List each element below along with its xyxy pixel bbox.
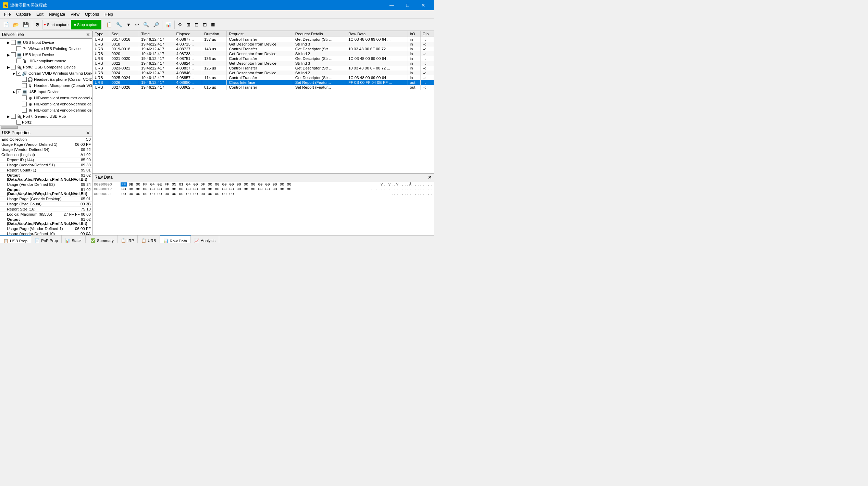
tree-checkbox[interactable] [22, 83, 27, 88]
table-row[interactable]: URB0017-001619:46:12.4174.08677...137 us… [93, 37, 434, 42]
column-header[interactable]: Raw Data [346, 31, 408, 37]
tree-toggle[interactable]: ▶ [12, 90, 16, 94]
tree-checkbox[interactable] [11, 52, 16, 57]
menu-file[interactable]: File [1, 11, 13, 17]
tree-item[interactable]: 🎙Headset Microphone (Corsair VOID Wirele… [1, 82, 91, 89]
tree-checkbox[interactable] [16, 46, 21, 51]
tree-checkbox[interactable] [22, 102, 27, 106]
back-button[interactable]: ↩ [133, 20, 141, 29]
tab-item-left[interactable]: 📄 PnP Prop [31, 235, 62, 243]
tree-item[interactable]: 🖱HID-compliant consumer control device [1, 95, 91, 101]
tree-checkbox[interactable] [22, 77, 27, 82]
tree-item[interactable]: ▶💻USB Input Device [1, 39, 91, 46]
save-button[interactable]: 💾 [21, 20, 30, 29]
raw-data-content[interactable]: 00000000 FF0B00FF040EFF05010400DF0000000… [92, 181, 434, 235]
table-row[interactable]: URB001819:46:12.4174.08713...Get Descrip… [93, 42, 434, 47]
tree-item[interactable]: ▶🔌Port6: USB Composite Device [1, 64, 91, 70]
device-tree[interactable]: ▶💻USB Input Device🖱VMware USB Pointing D… [0, 39, 92, 125]
tree-toggle[interactable]: ▶ [12, 72, 16, 75]
tab-item-right[interactable]: 📊 Raw Data [160, 235, 191, 243]
device-tree-close[interactable]: ✕ [86, 32, 90, 37]
extra3-button[interactable]: ⊟ [193, 20, 200, 29]
h-scrollbar-thumb[interactable] [1, 126, 18, 129]
extra4-button[interactable]: ⊡ [201, 20, 209, 29]
tree-item[interactable]: 🖱HID-compliant mouse [1, 58, 91, 64]
tree-item[interactable]: 🖱VMware USB Pointing Device [1, 46, 91, 52]
column-header[interactable]: C:b [420, 31, 434, 37]
extra1-button[interactable]: ⚙ [176, 20, 184, 29]
column-header[interactable]: Elapsed [174, 31, 202, 37]
usb-props-close[interactable]: ✕ [86, 130, 90, 136]
tree-checkbox[interactable] [11, 40, 16, 45]
menu-help[interactable]: Help [102, 11, 116, 17]
table-row[interactable]: URB002219:46:12.4174.08824...Get Descrip… [93, 61, 434, 66]
column-header[interactable]: I/O [408, 31, 420, 37]
table-row[interactable]: URB0019-001819:46:12.4174.08727...143 us… [93, 47, 434, 51]
tree-toggle[interactable]: ▶ [6, 53, 11, 57]
search2-button[interactable]: 🔎 [151, 20, 161, 29]
menu-navigate[interactable]: Navigate [46, 11, 68, 17]
close-button[interactable]: ✕ [416, 0, 431, 10]
menu-capture[interactable]: Capture [13, 11, 34, 17]
table-row[interactable]: URB002619:46:12.4174.08880...Class Inter… [93, 80, 434, 85]
column-header[interactable]: Seq [109, 31, 139, 37]
filter-button-3[interactable]: ▼ [124, 20, 133, 29]
menu-options[interactable]: Options [82, 11, 102, 17]
tree-checkbox[interactable] [11, 65, 16, 69]
extra5-button[interactable]: ⊠ [209, 20, 217, 29]
tree-item[interactable]: 🖱HID-compliant vendor-defined device [1, 107, 91, 113]
menu-view[interactable]: View [68, 11, 82, 17]
tree-checkbox[interactable] [16, 59, 21, 63]
capture-settings-button[interactable]: 📊 [164, 20, 173, 29]
tree-checkbox[interactable]: ✓ [16, 89, 21, 94]
tab-item-left[interactable]: 📊 Stack [62, 235, 85, 243]
table-row[interactable]: URB002019:46:12.4174.08738...Get Descrip… [93, 51, 434, 56]
tab-item-right[interactable]: ✅ Summary [87, 235, 117, 243]
open-button[interactable]: 📂 [11, 20, 21, 29]
tree-item[interactable]: 🎧Headset Earphone (Corsair VOID Wireless… [1, 76, 91, 82]
extra2-button[interactable]: ⊞ [185, 20, 192, 29]
tab-item-left[interactable]: 📋 USB Prop [0, 235, 31, 243]
menu-edit[interactable]: Edit [34, 11, 46, 17]
minimize-button[interactable]: — [384, 0, 400, 10]
tree-checkbox[interactable] [16, 120, 21, 125]
column-header[interactable]: Time [139, 31, 174, 37]
column-header[interactable]: Duration [202, 31, 227, 37]
tab-item-right[interactable]: 📋 URB [138, 235, 160, 243]
packet-list[interactable]: TypeSeqTimeElapsedDurationRequestRequest… [92, 31, 434, 173]
filter-button-1[interactable]: 📋 [104, 20, 114, 29]
raw-data-close[interactable]: ✕ [428, 175, 432, 180]
stop-capture-button[interactable]: ■ Stop capture [71, 20, 101, 29]
tree-checkbox[interactable]: ✓ [16, 71, 21, 76]
packet-body[interactable]: URB0017-001619:46:12.4174.08677...137 us… [93, 37, 434, 90]
tree-item[interactable]: ▶✓🔊Corsair VOID Wireless Gaming Dongle [1, 70, 91, 76]
table-row[interactable]: URB0027-002619:46:12.4174.08962...815 us… [93, 85, 434, 90]
table-row[interactable]: URB0021-002019:46:12.4174.08751...136 us… [93, 56, 434, 61]
tree-item[interactable]: ▶🔌Port7: Generic USB Hub [1, 113, 91, 119]
table-row[interactable]: URB002419:46:12.4174.08846...Get Descrip… [93, 71, 434, 75]
tree-item[interactable]: ▶✓💻USB Input Device [1, 89, 91, 95]
table-row[interactable]: URB0023-002219:46:12.4174.08837...125 us… [93, 66, 434, 71]
settings-button[interactable]: ⚙ [34, 20, 41, 29]
search-button[interactable]: 🔍 [141, 20, 151, 29]
tab-item-right[interactable]: 📈 Analysis [191, 235, 219, 243]
tree-item[interactable]: 🖱HID-compliant vendor-defined device [1, 101, 91, 107]
tree-toggle[interactable]: ▶ [6, 65, 11, 69]
tree-scrollbar-h[interactable] [0, 125, 92, 129]
column-header[interactable]: Type [93, 31, 109, 37]
tree-checkbox[interactable] [22, 108, 27, 113]
tab-item-right[interactable]: 📋 IRP [117, 235, 138, 243]
start-capture-button[interactable]: ● Start capture [42, 20, 70, 29]
table-row[interactable]: URB0025-002419:46:12.4174.08857...114 us… [93, 75, 434, 80]
tree-item[interactable]: Port1: [1, 119, 91, 125]
tree-checkbox[interactable] [22, 95, 27, 100]
column-header[interactable]: Request Details [293, 31, 346, 37]
column-header[interactable]: Request [227, 31, 293, 37]
tree-toggle[interactable]: ▶ [6, 41, 11, 44]
tree-checkbox[interactable] [11, 114, 16, 119]
new-button[interactable]: 📄 [1, 20, 11, 29]
tree-item[interactable]: ▶💻USB Input Device [1, 52, 91, 58]
filter-button-2[interactable]: 🔧 [114, 20, 124, 29]
maximize-button[interactable]: □ [400, 0, 416, 10]
tree-toggle[interactable]: ▶ [6, 115, 11, 118]
